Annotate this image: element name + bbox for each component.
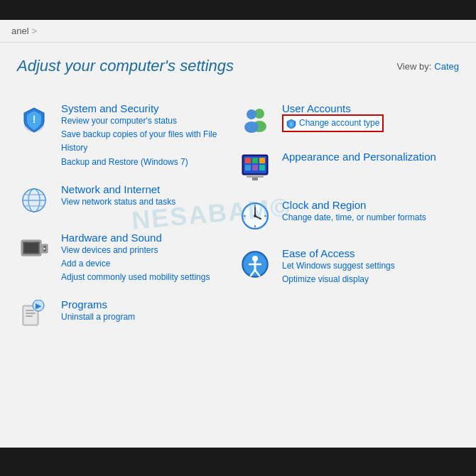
svg-rect-35 bbox=[252, 178, 258, 180]
view-by-label: View by: bbox=[396, 61, 431, 72]
svg-rect-18 bbox=[26, 310, 34, 311]
ease-of-access-icon bbox=[238, 247, 272, 281]
left-column: ! System and Security Review your comput… bbox=[17, 95, 238, 340]
hardware-sound-link-2[interactable]: Add a device bbox=[61, 257, 210, 271]
category-system-security: ! System and Security Review your comput… bbox=[17, 95, 238, 176]
appearance-title[interactable]: Appearance and Personalization bbox=[282, 151, 436, 163]
bottom-bar bbox=[0, 448, 476, 476]
clock-region-text: Clock and Region Change date, time, or n… bbox=[282, 199, 426, 225]
programs-title[interactable]: Programs bbox=[61, 298, 135, 310]
svg-rect-10 bbox=[24, 243, 38, 253]
top-bar bbox=[0, 0, 476, 20]
hardware-sound-text: Hardware and Sound View devices and prin… bbox=[61, 232, 210, 285]
system-security-link-1[interactable]: Review your computer's status bbox=[61, 114, 238, 128]
system-security-link-3[interactable]: Backup and Restore (Windows 7) bbox=[61, 156, 238, 169]
uac-shield-icon: ! bbox=[286, 119, 296, 129]
content-area: Adjust your computer's settings View by:… bbox=[0, 43, 476, 354]
category-programs: ▶ Programs Uninstall a program bbox=[17, 291, 238, 340]
header-row: Adjust your computer's settings View by:… bbox=[17, 57, 459, 75]
svg-text:!: ! bbox=[33, 114, 36, 125]
network-internet-link-1[interactable]: View network status and tasks bbox=[61, 195, 175, 209]
svg-rect-33 bbox=[259, 165, 265, 171]
svg-rect-29 bbox=[252, 158, 258, 163]
svg-text:!: ! bbox=[291, 122, 292, 126]
programs-link-1[interactable]: Uninstall a program bbox=[61, 310, 135, 324]
category-network-internet: Network and Internet View network status… bbox=[17, 176, 238, 225]
breadcrumb-text: anel bbox=[11, 26, 29, 36]
svg-point-13 bbox=[43, 247, 45, 249]
appearance-icon bbox=[238, 151, 272, 185]
svg-rect-32 bbox=[252, 165, 258, 171]
hardware-sound-link-1[interactable]: View devices and printers bbox=[61, 244, 210, 257]
system-security-icon: ! bbox=[17, 102, 51, 136]
network-internet-icon bbox=[17, 183, 51, 217]
right-column: User Accounts ! Change account type bbox=[238, 95, 459, 340]
network-internet-text: Network and Internet View network status… bbox=[61, 183, 175, 209]
clock-region-icon bbox=[238, 199, 272, 233]
change-account-type-link[interactable]: Change account type bbox=[299, 117, 379, 130]
view-by: View by: Categ bbox=[396, 61, 459, 72]
user-accounts-text: User Accounts ! Change account type bbox=[282, 102, 384, 132]
view-by-value[interactable]: Categ bbox=[434, 61, 459, 72]
hardware-sound-icon bbox=[17, 232, 51, 266]
change-account-highlight: ! Change account type bbox=[282, 114, 384, 132]
appearance-text: Appearance and Personalization bbox=[282, 151, 436, 163]
user-accounts-title[interactable]: User Accounts bbox=[282, 102, 384, 114]
system-security-link-2[interactable]: Save backup copies of your files with Fi… bbox=[61, 128, 238, 155]
ease-of-access-link-2[interactable]: Optimize visual display bbox=[282, 273, 395, 286]
category-hardware-sound: Hardware and Sound View devices and prin… bbox=[17, 225, 238, 292]
programs-text: Programs Uninstall a program bbox=[61, 298, 135, 324]
svg-rect-19 bbox=[26, 313, 36, 314]
svg-rect-34 bbox=[247, 175, 264, 178]
ease-of-access-text: Ease of Access Let Windows suggest setti… bbox=[282, 247, 395, 286]
system-security-text: System and Security Review your computer… bbox=[61, 102, 238, 169]
breadcrumb: anel > bbox=[0, 20, 476, 43]
svg-rect-20 bbox=[26, 315, 33, 317]
ease-of-access-link-1[interactable]: Let Windows suggest settings bbox=[282, 259, 395, 273]
user-accounts-icon bbox=[238, 102, 272, 136]
svg-rect-28 bbox=[245, 158, 251, 163]
svg-point-7 bbox=[23, 189, 45, 212]
categories-grid: ! System and Security Review your comput… bbox=[17, 95, 459, 340]
category-user-accounts: User Accounts ! Change account type bbox=[238, 95, 459, 144]
svg-point-40 bbox=[254, 215, 256, 217]
svg-text:▶: ▶ bbox=[36, 302, 42, 310]
svg-rect-31 bbox=[245, 165, 251, 171]
svg-point-23 bbox=[247, 109, 256, 119]
category-ease-of-access: Ease of Access Let Windows suggest setti… bbox=[238, 240, 459, 293]
hardware-sound-link-3[interactable]: Adjust commonly used mobility settings bbox=[61, 271, 210, 284]
system-security-title[interactable]: System and Security bbox=[61, 102, 238, 114]
page-title: Adjust your computer's settings bbox=[17, 57, 234, 75]
ease-of-access-title[interactable]: Ease of Access bbox=[282, 247, 395, 259]
svg-point-24 bbox=[244, 121, 259, 133]
clock-region-title[interactable]: Clock and Region bbox=[282, 199, 426, 211]
breadcrumb-separator: > bbox=[32, 26, 38, 36]
programs-icon: ▶ bbox=[17, 298, 51, 332]
svg-rect-30 bbox=[259, 158, 265, 163]
network-internet-title[interactable]: Network and Internet bbox=[61, 183, 175, 195]
clock-region-link-1[interactable]: Change date, time, or number formats bbox=[282, 211, 426, 225]
category-clock-region: Clock and Region Change date, time, or n… bbox=[238, 192, 459, 240]
hardware-sound-title[interactable]: Hardware and Sound bbox=[61, 232, 210, 244]
category-appearance: Appearance and Personalization bbox=[238, 144, 459, 192]
